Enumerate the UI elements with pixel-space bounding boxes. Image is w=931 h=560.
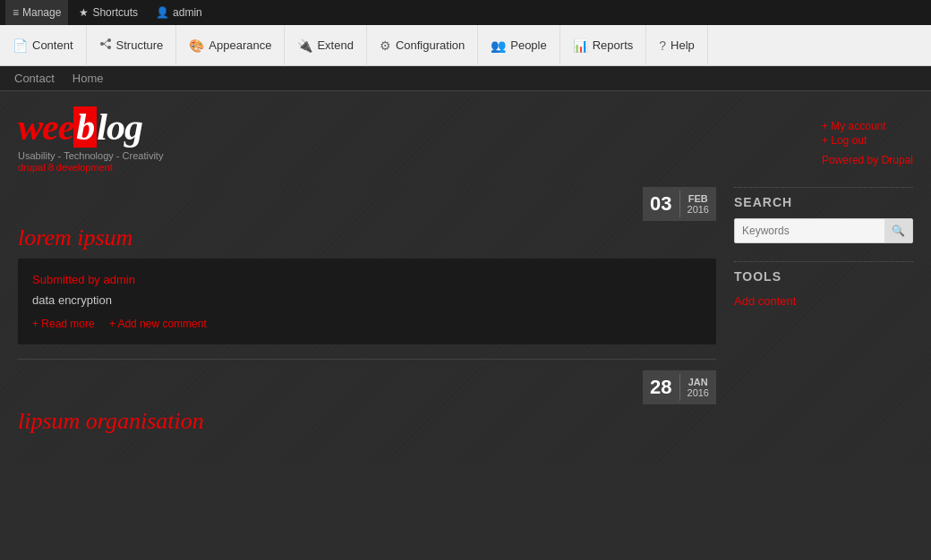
post-item-2: 28 JAN 2016 lipsum organisation [18,370,716,435]
nav-extend[interactable]: 🔌 Extend [285,25,366,66]
svg-point-1 [107,38,111,42]
logo-wee: wee [18,106,73,148]
site-nav: Contact Home [0,66,931,91]
site-header: weeblog Usability - Technology - Creativ… [0,91,931,187]
post-2-date-sep [679,374,680,401]
main-content: Contact Home weeblog Usability - Technol… [0,66,931,560]
tools-section-title: TOOLS [734,269,913,284]
sidebar: SEARCH 🔍 TOOLS Add content [734,187,913,449]
nav-configuration[interactable]: ⚙ Configuration [367,25,478,66]
post-1-excerpt: data encryption [32,293,702,307]
appearance-icon: 🎨 [189,38,204,53]
posts-area: 03 FEB 2016 lorem ipsum Submitted by [18,187,716,449]
toolbar-admin-label: admin [173,6,202,19]
people-icon: 👥 [491,38,506,53]
nav-help-label: Help [670,38,695,52]
post-1-year: 2016 [688,204,709,215]
site-tagline: Usability - Technology - Creativity [18,150,163,161]
toolbar-shortcuts[interactable]: ★ Shortcuts [72,0,145,25]
admin-toolbar: ≡ Manage ★ Shortcuts 👤 admin [0,0,931,25]
post-1-submitted-text: Submitted by [32,273,100,286]
help-icon: ? [659,38,666,53]
nav-people[interactable]: 👥 People [478,25,559,66]
svg-line-4 [104,44,107,47]
nav-reports[interactable]: 📊 Reports [560,25,647,66]
toolbar-manage[interactable]: ≡ Manage [5,0,68,25]
nav-help[interactable]: ? Help [646,25,708,66]
log-out-link[interactable]: + Log out [822,134,886,147]
extend-icon: 🔌 [297,38,312,53]
header-right: + My account + Log out Powered by Drupal [822,113,913,166]
configuration-icon: ⚙ [380,38,391,53]
post-2-title[interactable]: lipsum organisation [18,408,716,435]
posts-divider [18,359,716,360]
nav-appearance[interactable]: 🎨 Appearance [176,25,285,66]
post-1-day: 03 [650,192,671,216]
post-1-title[interactable]: lorem ipsum [18,225,716,251]
post-1-month-year: FEB 2016 [688,193,709,215]
powered-by-link[interactable]: Drupal [882,154,913,166]
post-1-add-comment[interactable]: + Add new comment [109,318,207,330]
powered-by-text: Powered by [822,154,878,166]
powered-by: Powered by Drupal [822,154,913,166]
post-2-header: 28 JAN 2016 [18,370,716,404]
nav-content[interactable]: 📄 Content [0,25,87,66]
nav-reports-label: Reports [593,38,634,52]
toolbar-manage-label: Manage [22,6,61,19]
site-subtext: drupal 8 development [18,162,163,173]
search-button[interactable]: 🔍 [884,219,912,242]
logo-log: log [97,106,142,148]
svg-point-0 [100,42,104,46]
post-1-links: + Read more + Add new comment [32,318,702,330]
nav-link-contact[interactable]: Contact [14,72,55,85]
post-2-month-year: JAN 2016 [688,377,709,398]
search-input[interactable] [735,219,884,242]
svg-point-2 [107,46,111,49]
post-1-author[interactable]: admin [104,273,135,286]
page-wrapper: Contact Home weeblog Usability - Technol… [0,66,931,560]
search-input-wrapper: 🔍 [734,218,913,243]
header-links: + My account + Log out [822,120,886,147]
nav-extend-label: Extend [317,38,353,52]
shortcuts-icon: ★ [79,6,89,19]
post-2-day: 28 [650,376,671,399]
post-2-month: JAN [688,377,708,387]
nav-content-label: Content [32,38,73,52]
search-section-title: SEARCH [734,195,913,209]
nav-people-label: People [510,38,546,52]
nav-structure[interactable]: Structure [87,25,177,66]
nav-appearance-label: Appearance [209,38,271,52]
add-content-link[interactable]: Add content [734,294,796,308]
nav-link-home[interactable]: Home [73,72,104,85]
post-2-date: 28 JAN 2016 [643,370,716,404]
post-2-year: 2016 [688,387,709,398]
toolbar-shortcuts-label: Shortcuts [92,6,138,19]
site-logo: weeblog [18,106,163,148]
manage-icon: ≡ [13,6,19,19]
post-1-date: 03 FEB 2016 [643,187,716,221]
sidebar-tools-section: TOOLS Add content [734,261,913,309]
post-1-body: Submitted by admin data encryption + Rea… [18,259,716,344]
svg-line-3 [104,41,107,45]
nav-bar: 📄 Content Structure 🎨 Appearance 🔌 Exten… [0,25,931,66]
toolbar-admin[interactable]: 👤 admin [149,0,209,25]
reports-icon: 📊 [573,38,588,53]
post-item-1: 03 FEB 2016 lorem ipsum Submitted by [18,187,716,344]
post-1-meta: Submitted by admin [32,273,702,286]
my-account-link[interactable]: + My account [822,120,886,132]
post-1-month: FEB [688,193,708,204]
content-area: 03 FEB 2016 lorem ipsum Submitted by [0,187,931,467]
sidebar-search-section: SEARCH 🔍 [734,187,913,243]
site-logo-area: weeblog Usability - Technology - Creativ… [18,106,163,173]
nav-structure-label: Structure [116,38,164,52]
logo-b: b [73,106,97,148]
post-1-date-sep [679,191,680,217]
structure-icon [99,38,112,53]
nav-configuration-label: Configuration [396,38,465,52]
admin-user-icon: 👤 [156,6,169,19]
post-1-read-more[interactable]: + Read more [32,318,95,330]
post-1-header: 03 FEB 2016 [18,187,716,221]
content-icon: 📄 [13,38,28,53]
